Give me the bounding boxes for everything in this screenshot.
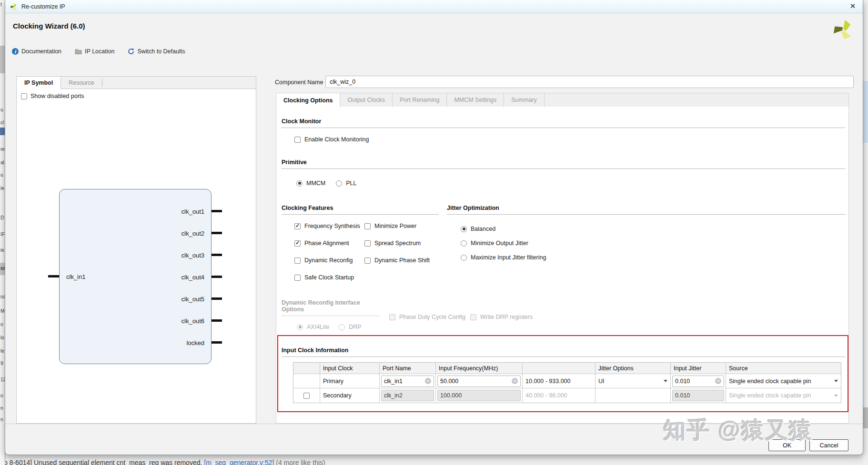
close-icon[interactable] — [848, 2, 857, 10]
bg-text-fragment: o — [0, 322, 3, 327]
frequency-synthesis-row[interactable]: Frequency Synthesis — [294, 223, 360, 229]
tab-clocking-options[interactable]: Clocking Options — [276, 93, 340, 107]
clk-out4-pin — [212, 276, 222, 278]
port-label-locked: locked — [186, 339, 204, 346]
tab-resource[interactable]: Resource — [61, 77, 102, 89]
port-label-clk-out5: clk_out5 — [182, 296, 204, 303]
secondary-enable-checkbox[interactable] — [303, 393, 310, 399]
switch-to-defaults-link[interactable]: Switch to Defaults — [128, 48, 185, 55]
status-message-text: o 8-6014] Unused sequential element cnt_… — [4, 459, 204, 465]
clk-out6-pin — [212, 319, 222, 322]
port-label-clk-out6: clk_out6 — [182, 317, 204, 325]
header-label: Jitter Options — [598, 365, 634, 372]
balanced-row[interactable]: Balanced — [461, 226, 495, 232]
frequency-synthesis-checkbox[interactable] — [294, 223, 301, 229]
mmcm-radio[interactable] — [296, 180, 303, 187]
clocking-options-panel: Clock Monitor Enable Clock Monitoring Pr… — [276, 106, 849, 424]
input-clock-table: Input Clock Port Name Input Frequency(MH… — [293, 362, 841, 403]
write-drp-label: Write DRP registers — [480, 314, 533, 320]
header-cell-port-name: Port Name — [380, 363, 436, 374]
clk-out3-pin — [212, 254, 222, 256]
clear-icon[interactable] — [425, 378, 431, 384]
screen: t u cl er re al u ie D IF ie ss na Me o … — [0, 0, 868, 465]
minimize-output-jitter-label: Minimize Output Jitter — [471, 240, 528, 247]
minimize-power-row[interactable]: Minimize Power — [364, 223, 416, 229]
cancel-button[interactable]: Cancel — [809, 439, 848, 451]
primary-name: Primary — [323, 378, 343, 385]
show-disabled-ports-row[interactable]: Show disabled ports — [21, 93, 84, 99]
dynamic-phase-shift-checkbox[interactable] — [364, 257, 371, 264]
spread-spectrum-row[interactable]: Spread Spectrum — [364, 240, 421, 247]
ip-location-label: IP Location — [85, 48, 114, 55]
tab-port-renaming[interactable]: Port Renaming — [393, 93, 447, 107]
reconfig-interface-options: AXI4Lite DRP — [297, 324, 362, 330]
maximize-input-jitter-row[interactable]: Maximize Input Jitter filtering — [461, 254, 546, 261]
minimize-output-jitter-radio[interactable] — [461, 240, 467, 247]
enable-clock-monitoring-checkbox[interactable] — [294, 137, 301, 143]
header-cell-input-jitter: Input Jitter — [671, 363, 726, 374]
safe-clock-startup-label: Safe Clock Startup — [304, 274, 354, 281]
balanced-radio[interactable] — [461, 226, 467, 232]
enable-clock-monitoring-row[interactable]: Enable Clock Monitoring — [294, 136, 369, 143]
clear-icon[interactable] — [715, 378, 721, 384]
show-disabled-ports-checkbox[interactable] — [21, 93, 27, 99]
ip-location-link[interactable]: IP Location — [75, 48, 114, 55]
safe-clock-startup-row[interactable]: Safe Clock Startup — [294, 274, 354, 281]
clk-out2-pin — [212, 232, 222, 234]
tab-summary[interactable]: Summary — [504, 93, 544, 107]
status-message-link[interactable]: [m_seq_generator.v:52] — [204, 459, 274, 465]
tab-ip-symbol[interactable]: IP Symbol — [17, 77, 61, 89]
mmcm-label: MMCM — [306, 180, 325, 187]
secondary-input-jitter-value: 0.010 — [675, 392, 690, 399]
secondary-frequency-cell: 100.000 — [436, 388, 523, 403]
documentation-link[interactable]: Documentation — [12, 48, 61, 55]
header-cell-empty — [293, 363, 320, 374]
phase-alignment-checkbox[interactable] — [294, 240, 301, 247]
enable-clock-monitoring-label: Enable Clock Monitoring — [304, 136, 369, 143]
tab-separator — [102, 79, 102, 87]
watermark: 知乎 @猿又猿 — [663, 415, 813, 445]
jitter-optimization-heading: Jitter Optimization — [447, 205, 846, 215]
pll-radio[interactable] — [336, 180, 342, 187]
primary-jitter-options-dropdown[interactable]: UI — [595, 374, 671, 388]
mmcm-option[interactable]: MMCM — [296, 180, 325, 187]
secondary-select-cell — [293, 388, 320, 403]
spread-spectrum-checkbox[interactable] — [364, 240, 371, 247]
minimize-power-checkbox[interactable] — [364, 223, 371, 229]
background-block — [0, 46, 5, 73]
axi4lite-option: AXI4Lite — [297, 324, 329, 330]
primary-frequency-field[interactable]: 50.000 — [437, 376, 521, 387]
secondary-range-value: 40.000 - 96.000 — [525, 392, 567, 399]
input-clock-information-heading: Input Clock Information — [282, 347, 845, 357]
clear-icon[interactable] — [512, 378, 518, 384]
show-disabled-ports-label: Show disabled ports — [30, 93, 84, 99]
pll-option[interactable]: PLL — [336, 180, 356, 187]
dynamic-phase-shift-row[interactable]: Dynamic Phase Shift — [364, 257, 430, 264]
tab-label: Clocking Options — [283, 97, 333, 104]
maximize-input-jitter-radio[interactable] — [461, 255, 467, 261]
dialog-titlebar[interactable]: Re-customize IP — [5, 0, 863, 13]
phase-alignment-row[interactable]: Phase Alignment — [294, 240, 349, 247]
safe-clock-startup-checkbox[interactable] — [294, 275, 301, 281]
ip-symbol-block: clk_in1 clk_out1 clk_out2 clk_out3 clk_o… — [59, 189, 212, 364]
primary-input-jitter-cell: 0.010 — [671, 374, 726, 388]
port-label-clk-in1: clk_in1 — [66, 273, 85, 280]
drp-label: DRP — [349, 324, 361, 330]
dynamic-reconfig-checkbox[interactable] — [294, 257, 301, 264]
primary-source-dropdown[interactable]: Single ended clock capable pin — [726, 374, 841, 388]
minimize-output-jitter-row[interactable]: Minimize Output Jitter — [461, 240, 528, 247]
dynamic-reconfig-row[interactable]: Dynamic Reconfig — [294, 257, 353, 264]
primary-port-field[interactable]: clk_in1 — [381, 376, 434, 387]
component-name-input[interactable]: clk_wiz_0 — [325, 76, 854, 88]
tab-mmcm-settings[interactable]: MMCM Settings — [447, 93, 504, 107]
phase-duty-cycle-checkbox — [389, 314, 395, 320]
pll-label: PLL — [346, 180, 356, 187]
tab-output-clocks[interactable]: Output Clocks — [340, 93, 393, 107]
minimize-power-label: Minimize Power — [374, 223, 416, 229]
bg-text-fragment: n — [0, 406, 3, 411]
bg-text-fragment: er — [0, 134, 5, 139]
drp-radio — [339, 324, 345, 330]
locked-pin — [212, 341, 222, 344]
primary-input-jitter-field[interactable]: 0.010 — [672, 376, 724, 387]
clocking-features-heading: Clocking Features — [282, 205, 439, 215]
